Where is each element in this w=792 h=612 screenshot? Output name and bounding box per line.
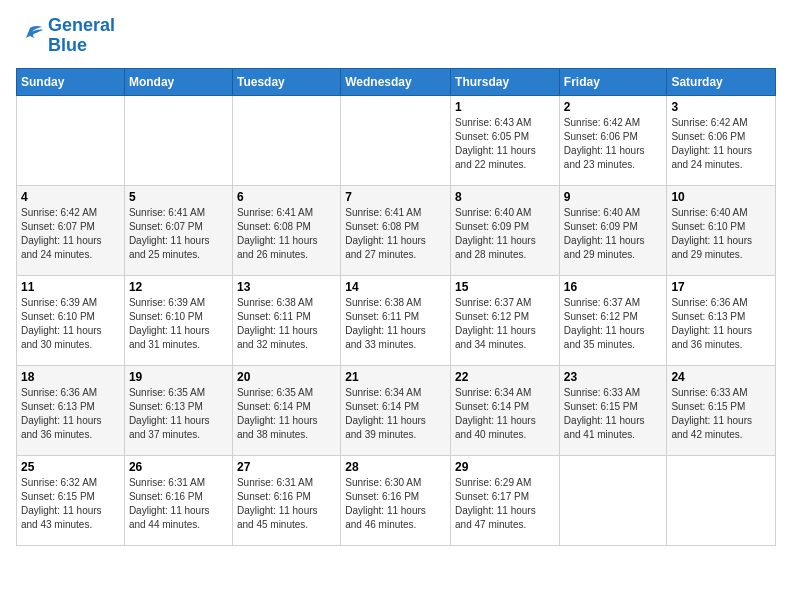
calendar-cell: 10Sunrise: 6:40 AM Sunset: 6:10 PM Dayli… <box>667 185 776 275</box>
calendar-cell: 1Sunrise: 6:43 AM Sunset: 6:05 PM Daylig… <box>451 95 560 185</box>
day-info: Sunrise: 6:31 AM Sunset: 6:16 PM Dayligh… <box>237 476 336 532</box>
day-info: Sunrise: 6:42 AM Sunset: 6:06 PM Dayligh… <box>564 116 663 172</box>
day-number: 25 <box>21 460 120 474</box>
calendar-cell: 11Sunrise: 6:39 AM Sunset: 6:10 PM Dayli… <box>17 275 125 365</box>
calendar-cell: 16Sunrise: 6:37 AM Sunset: 6:12 PM Dayli… <box>559 275 667 365</box>
calendar-cell: 8Sunrise: 6:40 AM Sunset: 6:09 PM Daylig… <box>451 185 560 275</box>
calendar-cell: 22Sunrise: 6:34 AM Sunset: 6:14 PM Dayli… <box>451 365 560 455</box>
day-number: 9 <box>564 190 663 204</box>
day-number: 7 <box>345 190 446 204</box>
calendar-cell <box>124 95 232 185</box>
day-number: 19 <box>129 370 228 384</box>
day-info: Sunrise: 6:39 AM Sunset: 6:10 PM Dayligh… <box>129 296 228 352</box>
day-number: 1 <box>455 100 555 114</box>
day-number: 2 <box>564 100 663 114</box>
week-row-1: 1Sunrise: 6:43 AM Sunset: 6:05 PM Daylig… <box>17 95 776 185</box>
calendar-cell: 23Sunrise: 6:33 AM Sunset: 6:15 PM Dayli… <box>559 365 667 455</box>
day-number: 26 <box>129 460 228 474</box>
day-number: 21 <box>345 370 446 384</box>
weekday-header-monday: Monday <box>124 68 232 95</box>
week-row-5: 25Sunrise: 6:32 AM Sunset: 6:15 PM Dayli… <box>17 455 776 545</box>
day-info: Sunrise: 6:32 AM Sunset: 6:15 PM Dayligh… <box>21 476 120 532</box>
page-header: General Blue <box>16 16 776 56</box>
calendar-cell <box>17 95 125 185</box>
day-number: 4 <box>21 190 120 204</box>
calendar-cell: 19Sunrise: 6:35 AM Sunset: 6:13 PM Dayli… <box>124 365 232 455</box>
weekday-header-friday: Friday <box>559 68 667 95</box>
calendar-cell: 14Sunrise: 6:38 AM Sunset: 6:11 PM Dayli… <box>341 275 451 365</box>
weekday-header-thursday: Thursday <box>451 68 560 95</box>
week-row-3: 11Sunrise: 6:39 AM Sunset: 6:10 PM Dayli… <box>17 275 776 365</box>
day-info: Sunrise: 6:42 AM Sunset: 6:07 PM Dayligh… <box>21 206 120 262</box>
calendar-cell <box>559 455 667 545</box>
calendar-cell <box>341 95 451 185</box>
calendar-cell: 24Sunrise: 6:33 AM Sunset: 6:15 PM Dayli… <box>667 365 776 455</box>
day-info: Sunrise: 6:40 AM Sunset: 6:09 PM Dayligh… <box>455 206 555 262</box>
calendar-cell: 26Sunrise: 6:31 AM Sunset: 6:16 PM Dayli… <box>124 455 232 545</box>
weekday-header-sunday: Sunday <box>17 68 125 95</box>
calendar-cell: 28Sunrise: 6:30 AM Sunset: 6:16 PM Dayli… <box>341 455 451 545</box>
day-number: 18 <box>21 370 120 384</box>
calendar-cell: 29Sunrise: 6:29 AM Sunset: 6:17 PM Dayli… <box>451 455 560 545</box>
calendar-cell: 15Sunrise: 6:37 AM Sunset: 6:12 PM Dayli… <box>451 275 560 365</box>
calendar-cell: 3Sunrise: 6:42 AM Sunset: 6:06 PM Daylig… <box>667 95 776 185</box>
day-info: Sunrise: 6:34 AM Sunset: 6:14 PM Dayligh… <box>345 386 446 442</box>
calendar-cell: 17Sunrise: 6:36 AM Sunset: 6:13 PM Dayli… <box>667 275 776 365</box>
calendar-cell: 27Sunrise: 6:31 AM Sunset: 6:16 PM Dayli… <box>232 455 340 545</box>
calendar-table: SundayMondayTuesdayWednesdayThursdayFrid… <box>16 68 776 546</box>
day-number: 6 <box>237 190 336 204</box>
day-info: Sunrise: 6:41 AM Sunset: 6:08 PM Dayligh… <box>345 206 446 262</box>
week-row-4: 18Sunrise: 6:36 AM Sunset: 6:13 PM Dayli… <box>17 365 776 455</box>
calendar-cell: 21Sunrise: 6:34 AM Sunset: 6:14 PM Dayli… <box>341 365 451 455</box>
calendar-cell: 20Sunrise: 6:35 AM Sunset: 6:14 PM Dayli… <box>232 365 340 455</box>
day-info: Sunrise: 6:30 AM Sunset: 6:16 PM Dayligh… <box>345 476 446 532</box>
day-number: 20 <box>237 370 336 384</box>
day-info: Sunrise: 6:36 AM Sunset: 6:13 PM Dayligh… <box>21 386 120 442</box>
day-info: Sunrise: 6:35 AM Sunset: 6:13 PM Dayligh… <box>129 386 228 442</box>
logo-bird-icon <box>16 24 44 48</box>
day-info: Sunrise: 6:43 AM Sunset: 6:05 PM Dayligh… <box>455 116 555 172</box>
day-number: 23 <box>564 370 663 384</box>
day-number: 16 <box>564 280 663 294</box>
day-info: Sunrise: 6:35 AM Sunset: 6:14 PM Dayligh… <box>237 386 336 442</box>
day-info: Sunrise: 6:29 AM Sunset: 6:17 PM Dayligh… <box>455 476 555 532</box>
calendar-cell: 25Sunrise: 6:32 AM Sunset: 6:15 PM Dayli… <box>17 455 125 545</box>
calendar-cell: 12Sunrise: 6:39 AM Sunset: 6:10 PM Dayli… <box>124 275 232 365</box>
day-info: Sunrise: 6:37 AM Sunset: 6:12 PM Dayligh… <box>455 296 555 352</box>
week-row-2: 4Sunrise: 6:42 AM Sunset: 6:07 PM Daylig… <box>17 185 776 275</box>
day-number: 22 <box>455 370 555 384</box>
calendar-cell: 7Sunrise: 6:41 AM Sunset: 6:08 PM Daylig… <box>341 185 451 275</box>
weekday-header-saturday: Saturday <box>667 68 776 95</box>
logo: General Blue <box>16 16 115 56</box>
day-info: Sunrise: 6:40 AM Sunset: 6:10 PM Dayligh… <box>671 206 771 262</box>
day-info: Sunrise: 6:33 AM Sunset: 6:15 PM Dayligh… <box>564 386 663 442</box>
day-info: Sunrise: 6:36 AM Sunset: 6:13 PM Dayligh… <box>671 296 771 352</box>
day-info: Sunrise: 6:42 AM Sunset: 6:06 PM Dayligh… <box>671 116 771 172</box>
weekday-header-wednesday: Wednesday <box>341 68 451 95</box>
day-number: 8 <box>455 190 555 204</box>
weekday-header-row: SundayMondayTuesdayWednesdayThursdayFrid… <box>17 68 776 95</box>
day-info: Sunrise: 6:40 AM Sunset: 6:09 PM Dayligh… <box>564 206 663 262</box>
day-number: 15 <box>455 280 555 294</box>
day-info: Sunrise: 6:41 AM Sunset: 6:08 PM Dayligh… <box>237 206 336 262</box>
day-info: Sunrise: 6:38 AM Sunset: 6:11 PM Dayligh… <box>237 296 336 352</box>
day-number: 29 <box>455 460 555 474</box>
calendar-cell <box>232 95 340 185</box>
weekday-header-tuesday: Tuesday <box>232 68 340 95</box>
day-number: 28 <box>345 460 446 474</box>
calendar-cell: 4Sunrise: 6:42 AM Sunset: 6:07 PM Daylig… <box>17 185 125 275</box>
day-number: 17 <box>671 280 771 294</box>
day-number: 3 <box>671 100 771 114</box>
day-info: Sunrise: 6:31 AM Sunset: 6:16 PM Dayligh… <box>129 476 228 532</box>
day-info: Sunrise: 6:39 AM Sunset: 6:10 PM Dayligh… <box>21 296 120 352</box>
calendar-cell: 6Sunrise: 6:41 AM Sunset: 6:08 PM Daylig… <box>232 185 340 275</box>
day-number: 11 <box>21 280 120 294</box>
day-info: Sunrise: 6:33 AM Sunset: 6:15 PM Dayligh… <box>671 386 771 442</box>
calendar-cell: 5Sunrise: 6:41 AM Sunset: 6:07 PM Daylig… <box>124 185 232 275</box>
day-number: 12 <box>129 280 228 294</box>
day-number: 10 <box>671 190 771 204</box>
day-number: 13 <box>237 280 336 294</box>
logo-text: General Blue <box>48 16 115 56</box>
day-number: 27 <box>237 460 336 474</box>
calendar-cell: 2Sunrise: 6:42 AM Sunset: 6:06 PM Daylig… <box>559 95 667 185</box>
